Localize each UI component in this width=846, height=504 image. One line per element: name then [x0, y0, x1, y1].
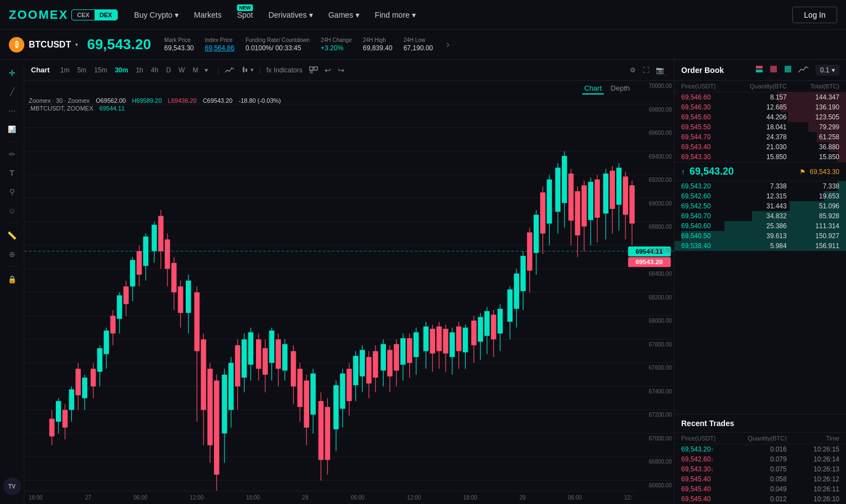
- tool-pencil[interactable]: ✏: [3, 145, 21, 163]
- indicators-button[interactable]: fx Chart Indicators: [263, 65, 306, 76]
- svg-rect-80: [228, 363, 233, 410]
- chart-source2: Zoomex: [67, 97, 90, 104]
- tool-tradingview[interactable]: TV: [3, 477, 21, 495]
- nav-buy-crypto[interactable]: Buy Crypto ▾: [127, 0, 186, 30]
- svg-rect-188: [603, 174, 608, 213]
- tf-4h[interactable]: 4h: [147, 65, 162, 76]
- svg-rect-156: [491, 314, 496, 339]
- nav-spot[interactable]: Spot NEW: [229, 0, 261, 30]
- chart-title: Chart: [31, 66, 50, 74]
- tool-line[interactable]: ╱: [3, 83, 21, 101]
- ob-view-asks[interactable]: [768, 64, 779, 76]
- dex-button[interactable]: DEX: [95, 10, 117, 20]
- ticker-index-price[interactable]: Index Price 69,564.86: [205, 37, 234, 52]
- tool-emoji[interactable]: ☺: [3, 202, 21, 219]
- ob-bid-row[interactable]: 69,542.60 12.315 19.653: [675, 191, 846, 201]
- ob-ask-row[interactable]: 69,543.40 21.030 36.880: [675, 142, 846, 152]
- ob-bid-row[interactable]: 69,538.40 5.984 156.911: [675, 241, 846, 251]
- svg-rect-46: [110, 316, 115, 334]
- svg-rect-184: [588, 182, 593, 220]
- svg-rect-102: [304, 381, 309, 428]
- chart-type-line[interactable]: [222, 65, 237, 75]
- ticker-24h-change: 24H Change +3.20%: [321, 37, 352, 52]
- tool-zoom-in[interactable]: ⊕: [3, 245, 21, 263]
- ob-title: Order Book: [681, 66, 750, 75]
- undo-button[interactable]: ↩: [321, 64, 335, 76]
- chart-area: Chart 1m 5m 15m 30m 1h 4h D W M ▾ |: [24, 60, 675, 504]
- nav-find-more[interactable]: Find more ▾: [367, 0, 424, 30]
- chart-type-candle[interactable]: ▾: [237, 65, 257, 76]
- tool-horizontal[interactable]: ⋯: [3, 102, 21, 119]
- svg-rect-114: [347, 369, 352, 401]
- tf-w[interactable]: W: [175, 65, 189, 76]
- candlestick-chart[interactable]: 69544.11 69543.20: [24, 81, 674, 504]
- tool-crosshair[interactable]: ✛: [3, 64, 21, 82]
- spread-price-right: 69,543.30: [810, 168, 839, 176]
- ob-bid-row[interactable]: 69,540.60 25.386 111.314: [675, 221, 846, 231]
- tool-lock[interactable]: 🔒: [3, 270, 21, 288]
- tf-d[interactable]: D: [162, 65, 175, 76]
- tool-measure[interactable]: ⚲: [3, 183, 21, 201]
- tool-candle[interactable]: 📊: [3, 120, 21, 138]
- svg-rect-94: [276, 339, 281, 369]
- svg-rect-205: [785, 66, 791, 72]
- svg-rect-112: [340, 374, 345, 409]
- logo[interactable]: ZOOMEX CEX DEX: [9, 8, 118, 22]
- ob-ask-row[interactable]: 69,545.60 44.206 123.505: [675, 112, 846, 122]
- cex-button[interactable]: CEX: [72, 10, 95, 20]
- ob-ask-row[interactable]: 69,544.70 24.378 61.258: [675, 132, 846, 142]
- svg-text:69544.11: 69544.11: [635, 248, 662, 254]
- ob-ask-row[interactable]: 69,545.50 18.041 79.299: [675, 122, 846, 132]
- svg-rect-124: [380, 344, 385, 371]
- nav-derivatives[interactable]: Derivatives ▾: [260, 0, 320, 30]
- pair-name: BTCUSDT: [29, 40, 71, 50]
- ob-precision-selector[interactable]: 0.1 ▾: [816, 65, 839, 76]
- tf-1h[interactable]: 1h: [132, 65, 147, 76]
- login-button[interactable]: Log In: [792, 7, 837, 23]
- tf-m[interactable]: M: [189, 65, 202, 76]
- ob-view-both[interactable]: [754, 64, 765, 76]
- tf-15m[interactable]: 15m: [90, 65, 111, 76]
- ob-view-depth[interactable]: [797, 64, 810, 76]
- order-book: Order Book: [675, 60, 846, 414]
- svg-rect-190: [610, 171, 615, 209]
- ob-ask-row[interactable]: 69,546.60 8.157 144.347: [675, 92, 846, 102]
- timeframe-buttons: 1m 5m 15m 30m 1h 4h D W M ▾: [56, 65, 211, 76]
- svg-rect-120: [366, 357, 371, 384]
- ob-column-headers: Price(USDT) Quantity(BTC Total(BTC): [675, 81, 846, 92]
- svg-rect-108: [325, 407, 330, 460]
- ob-view-bids[interactable]: [782, 64, 793, 76]
- tf-more[interactable]: ▾: [202, 65, 211, 76]
- template-button[interactable]: [306, 65, 321, 76]
- ob-ask-row[interactable]: 69,546.30 12.685 136.190: [675, 102, 846, 112]
- pair-selector[interactable]: ₿ BTCUSDT ▾: [9, 37, 78, 53]
- ob-bid-row[interactable]: 69,540.50 39.613 150.927: [675, 231, 846, 241]
- svg-rect-146: [456, 327, 461, 351]
- ob-header: Order Book: [675, 60, 846, 81]
- svg-rect-0: [243, 67, 244, 72]
- svg-rect-142: [443, 329, 448, 354]
- redo-button[interactable]: ↪: [335, 64, 348, 76]
- chart-fullscreen[interactable]: ⛶: [639, 65, 652, 76]
- chart-tab[interactable]: Chart: [582, 83, 604, 95]
- rt-row: 69,545.40 0.049 10:26:11: [675, 484, 846, 494]
- chart-body: Chart Depth Zoomex · 30 · Zoomex O69562.…: [24, 81, 674, 504]
- tf-30m[interactable]: 30m: [111, 65, 132, 76]
- nav-games[interactable]: Games ▾: [321, 0, 367, 30]
- svg-rect-68: [186, 281, 191, 313]
- chart-settings[interactable]: ⚙: [626, 65, 639, 76]
- ob-bid-row[interactable]: 69,540.70 34.832 85.928: [675, 211, 846, 221]
- tool-text[interactable]: T: [3, 164, 21, 182]
- ticker-scroll-right[interactable]: ›: [446, 39, 450, 50]
- ob-ask-row[interactable]: 69,543.30 15.850 15.850: [675, 152, 846, 162]
- tf-5m[interactable]: 5m: [74, 65, 91, 76]
- depth-tab[interactable]: Depth: [608, 83, 632, 95]
- svg-rect-126: [387, 350, 392, 376]
- svg-rect-122: [373, 351, 378, 377]
- svg-rect-54: [137, 251, 142, 275]
- ob-bid-row[interactable]: 69,543.20 7.338 7.338: [675, 181, 846, 191]
- nav-markets[interactable]: Markets: [186, 0, 229, 30]
- ob-bid-row[interactable]: 69,542.50 31.443 51.096: [675, 201, 846, 211]
- tool-ruler[interactable]: 📏: [3, 227, 21, 244]
- tf-1m[interactable]: 1m: [56, 65, 74, 76]
